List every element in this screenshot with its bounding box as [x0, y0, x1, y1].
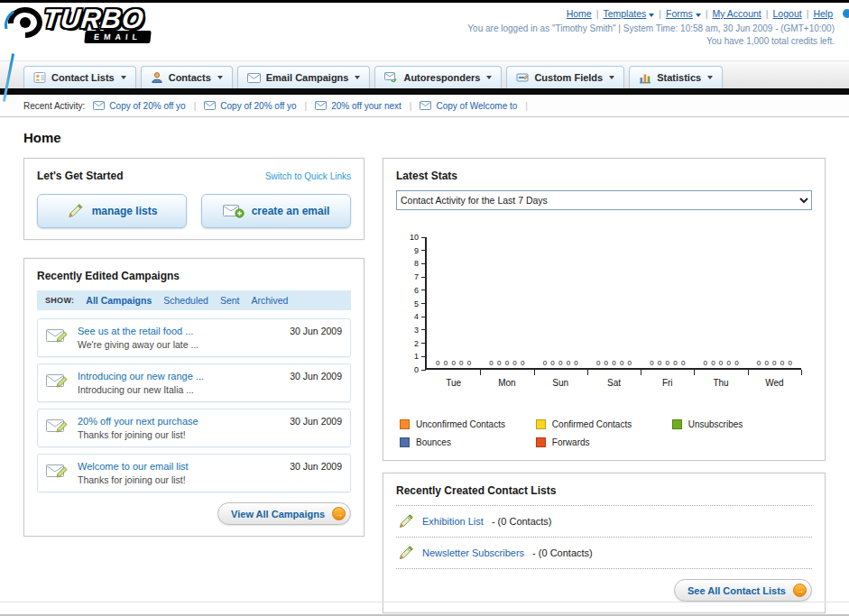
recent-activity-item[interactable]: Copy of 20% off yo	[93, 101, 185, 111]
separator: |	[659, 8, 661, 19]
chart-category-group: 0 0 0 0 0Sat	[587, 237, 641, 368]
campaign-title-link[interactable]: See us at the retail food ...	[78, 326, 281, 336]
see-all-contact-lists-button[interactable]: See All Contact Lists	[674, 579, 812, 602]
y-tick-label: 4	[402, 312, 419, 321]
campaign-subtitle: Introducing our new Italia ...	[78, 384, 281, 395]
logo-subtext: EMAIL	[84, 31, 151, 43]
y-tick-label: 6	[402, 286, 419, 295]
recent-activity-item[interactable]: Copy of Welcome to	[420, 101, 517, 111]
envelope-icon	[204, 101, 216, 110]
contact-list-link[interactable]: Newsletter Subscribers	[422, 547, 524, 558]
stats-period-select[interactable]: Contact Activity for the Last 7 Days	[396, 190, 812, 210]
campaign-filters: All CampaignsScheduledSentArchived	[86, 295, 288, 306]
tab-label: Custom Fields	[534, 72, 603, 83]
logo-text: TURBO	[42, 5, 152, 32]
manage-lists-icon	[67, 203, 85, 219]
filter-archived[interactable]: Archived	[252, 295, 289, 306]
y-tick-mark	[421, 356, 426, 357]
x-tick-label: Sun	[534, 378, 587, 388]
header: TURBO EMAIL Home|Templates|Forms|My Acco…	[0, 3, 849, 60]
separator: |	[766, 8, 769, 19]
main-nav: Contact ListsContactsEmail CampaignsAuto…	[0, 60, 849, 88]
envelope-icon	[93, 101, 105, 110]
y-tick-label: 9	[402, 246, 419, 255]
get-started-panel: Let's Get Started Switch to Quick Links …	[23, 158, 365, 240]
envelope-pencil-icon	[46, 462, 69, 481]
tab-contact-lists[interactable]: Contact Lists	[23, 66, 136, 88]
legend-label: Bounces	[416, 437, 451, 447]
y-tick-mark	[421, 329, 426, 330]
switch-quick-links-link[interactable]: Switch to Quick Links	[265, 171, 351, 181]
chart-category-group: 0 0 0 0 0Wed	[748, 237, 801, 368]
legend-item: Bounces	[400, 437, 536, 447]
campaigns-title: Recently Edited Campaigns	[37, 270, 351, 282]
x-tick-label: Sat	[587, 378, 641, 388]
legend-swatch	[536, 419, 546, 429]
campaign-subtitle: We're giving away our late ...	[78, 339, 281, 350]
recent-activity-item[interactable]: Copy of 20% off yo	[204, 101, 296, 111]
view-all-campaigns-button[interactable]: View All Campaigns	[217, 502, 351, 525]
tab-statistics[interactable]: Statistics	[629, 66, 723, 88]
filter-scheduled[interactable]: Scheduled	[163, 295, 208, 306]
recent-activity-item[interactable]: 20% off your next	[315, 101, 401, 111]
campaign-row: See us at the retail food ...We're givin…	[37, 318, 351, 357]
bar-value-labels: 0 0 0 0 0	[748, 359, 801, 367]
y-tick-mark	[421, 237, 426, 238]
contact-list-link[interactable]: Exhibition List	[422, 516, 484, 527]
chevron-down-icon	[121, 76, 126, 79]
y-tick-label: 3	[402, 326, 419, 335]
campaign-title-link[interactable]: Welcome to our email list	[78, 461, 281, 472]
y-tick-mark	[421, 303, 426, 304]
tab-autoresponders[interactable]: Autoresponders	[374, 66, 502, 88]
x-tick-label: Mon	[480, 378, 533, 388]
tab-label: Contacts	[169, 72, 211, 83]
campaign-date: 30 Jun 2009	[290, 416, 342, 427]
header-link-templates[interactable]: Templates	[603, 8, 654, 19]
contact-list-count: - (0 Contacts)	[492, 516, 552, 527]
campaign-row: 20% off your next purchaseThanks for joi…	[37, 409, 351, 447]
pencil-icon	[398, 513, 414, 529]
y-tick-mark	[421, 263, 426, 264]
x-tick-label: Tue	[427, 378, 480, 388]
contact-lists-title: Recently Created Contact Lists	[396, 484, 812, 497]
campaign-text: 20% off your next purchaseThanks for joi…	[78, 416, 281, 440]
bar-value-labels: 0 0 0 0 0	[587, 359, 641, 367]
tab-custom-fields[interactable]: Custom Fields	[506, 66, 624, 88]
create-email-button[interactable]: create an email	[201, 194, 351, 228]
filter-sent[interactable]: Sent	[220, 295, 240, 306]
campaign-title-link[interactable]: 20% off your next purchase	[78, 416, 281, 427]
campaign-date: 30 Jun 2009	[290, 326, 342, 336]
filter-all-campaigns[interactable]: All Campaigns	[86, 295, 152, 306]
email-campaigns-icon	[247, 73, 261, 83]
campaign-date: 30 Jun 2009	[290, 461, 342, 472]
tab-email-campaigns[interactable]: Email Campaigns	[237, 66, 371, 88]
chart-category-group: 0 0 0 0 0Mon	[480, 237, 533, 368]
tab-contacts[interactable]: Contacts	[141, 66, 233, 88]
header-link-my-account[interactable]: My Account	[713, 8, 761, 19]
bar-value-labels: 0 0 0 0 0	[694, 359, 747, 367]
manage-lists-button[interactable]: manage lists	[37, 194, 187, 228]
y-tick-label: 7	[402, 272, 419, 281]
x-tick-label: Fri	[641, 378, 694, 388]
envelope-icon	[315, 101, 327, 110]
statistics-icon	[639, 71, 651, 84]
legend-swatch	[400, 419, 410, 429]
decorative-dot	[843, 9, 849, 18]
header-link-logout[interactable]: Logout	[773, 8, 802, 19]
separator: |	[596, 8, 599, 19]
show-label: SHOW:	[45, 296, 74, 305]
view-all-campaigns-label: View All Campaigns	[231, 509, 325, 519]
campaign-date: 30 Jun 2009	[290, 371, 342, 382]
chart-groups: 0 0 0 0 0Tue0 0 0 0 0Mon0 0 0 0 0Sun0 0 …	[427, 237, 801, 368]
header-right: Home|Templates|Forms|My Account|Logout|H…	[467, 8, 835, 46]
header-link-forms[interactable]: Forms	[666, 8, 701, 19]
campaign-title-link[interactable]: Introducing our new range ...	[78, 371, 281, 382]
legend-label: Unconfirmed Contacts	[416, 419, 505, 429]
header-link-home[interactable]: Home	[567, 8, 592, 19]
latest-stats-title: Latest Stats	[396, 170, 812, 182]
custom-fields-icon	[516, 71, 529, 84]
activity-item-label: Copy of 20% off yo	[109, 101, 185, 111]
header-link-help[interactable]: Help	[813, 8, 833, 19]
campaign-list: See us at the retail food ...We're givin…	[37, 318, 351, 492]
see-all-contact-lists-label: See All Contact Lists	[688, 585, 786, 596]
